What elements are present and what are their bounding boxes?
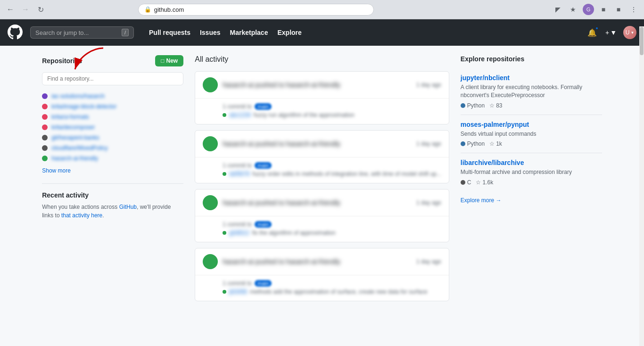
stars-value: 1k [496, 140, 502, 147]
nav-explore[interactable]: Explore [273, 26, 305, 39]
activity-header: hasarch-ai pushed to hasarch-ai-friendly… [195, 248, 449, 275]
address-bar[interactable]: 🔒 github.com [138, 4, 374, 16]
github-link[interactable]: GitHub [119, 204, 137, 210]
search-bar[interactable]: Search or jump to... / [30, 26, 134, 39]
activity-link[interactable]: that activity here [61, 212, 102, 219]
explore-repo-name[interactable]: jupyter/nbclient [461, 74, 602, 82]
activity-commit: abc1234 fuzzy run algorithm of the appro… [223, 112, 441, 118]
recent-activity-section: Recent activity When you take actions ac… [42, 183, 183, 220]
back-button[interactable]: ← [4, 3, 17, 16]
activity-body: 1 commit to main ghi9012 fix the algorit… [195, 216, 449, 242]
repo-link[interactable]: cloudflare/MixedPolicy [51, 145, 107, 151]
bookmark-button[interactable]: ★ [567, 3, 580, 16]
main-layout: Repositories □ New [34, 46, 610, 316]
stars-value: 1.6k [482, 179, 493, 186]
activity-header: hasarch-ai pushed to hasarch-ai-friendly… [195, 131, 449, 157]
cast-button[interactable]: ◤ [552, 3, 565, 16]
new-repo-button[interactable]: □ New [155, 55, 183, 66]
lang-name: Python [467, 102, 485, 109]
header-right: 🔔 + ▼ U ▼ [586, 26, 636, 39]
activity-title: hasarch-ai pushed to hasarch-ai-friendly [223, 199, 412, 206]
menu-button[interactable]: ⋮ [627, 3, 640, 16]
repo-link[interactable]: krita/image-block-detector [51, 103, 116, 110]
activity-item: hasarch-ai pushed to hasarch-ai-friendly… [195, 71, 449, 124]
explore-repo-desc: A client library for executing notebooks… [461, 83, 602, 99]
right-panel: Explore repositories jupyter/nbclient A … [461, 55, 602, 307]
repo-lang-dot [42, 124, 48, 130]
commit-link[interactable]: jkl3456 [229, 288, 247, 295]
user-avatar[interactable]: U ▼ [623, 26, 636, 39]
recent-activity-title: Recent activity [42, 191, 183, 199]
repo-link[interactable]: krita/ui-formats [51, 114, 89, 120]
activity-title: hasarch-ai pushed to hasarch-ai-friendly [223, 81, 412, 89]
activity-item: hasarch-ai pushed to hasarch-ai-friendly… [195, 248, 449, 301]
notification-badge [595, 26, 599, 30]
repos-header: Repositories □ New [42, 55, 183, 66]
dropdown-arrow: ▼ [610, 29, 617, 36]
pushed-text: 1 commit to [223, 103, 252, 110]
commit-link[interactable]: ghi9012 [229, 230, 249, 236]
activity-commit: ghi9012 fix the algorithm of approximati… [223, 230, 441, 236]
stars-value: 83 [496, 102, 502, 109]
explore-repo-name[interactable]: moses-palmer/pynput [461, 121, 602, 128]
reload-button[interactable]: ↻ [34, 3, 47, 16]
activity-header: hasarch-ai pushed to hasarch-ai-friendly… [195, 72, 449, 99]
extensions-menu[interactable]: ■ [612, 3, 625, 16]
commit-link[interactable]: abc1234 [229, 112, 251, 118]
repo-link[interactable]: hasarch-ai-friendly [51, 155, 98, 162]
commit-link[interactable]: def5678 [229, 171, 249, 177]
github-logo-link[interactable] [8, 25, 23, 41]
commit-hash: jkl3456 [229, 288, 247, 295]
url-text: github.com [154, 6, 368, 13]
pushed-text: 1 commit to [223, 162, 252, 169]
list-item: hasarch-ai-friendly [42, 153, 183, 164]
scrollbar-thumb[interactable] [640, 27, 644, 55]
star-icon: ☆ [489, 102, 495, 109]
pushed-label: 1 commit to main [223, 103, 441, 110]
repo-link[interactable]: iac-solutions/hasarch [51, 93, 105, 99]
pushed-label: 1 commit to main [223, 221, 441, 228]
repo-lang-dot [42, 145, 48, 151]
lang-name: C [467, 179, 471, 186]
activity-time: 1 day ago [416, 82, 441, 88]
activity-title: hasarch-ai pushed to hasarch-ai-friendly [223, 140, 412, 148]
nav-marketplace[interactable]: Marketplace [226, 26, 272, 39]
avatar [203, 77, 218, 92]
sidebar: Repositories □ New [42, 55, 183, 307]
activity-time: 1 day ago [416, 258, 441, 265]
lang-dot [461, 180, 465, 185]
explore-more-link[interactable]: Explore more → [461, 197, 602, 204]
repo-lang-dot [42, 93, 48, 99]
commit-hash: ghi9012 [229, 230, 249, 236]
repo-link[interactable]: krita/decomposer [51, 124, 95, 131]
notifications-button[interactable]: 🔔 [586, 26, 599, 39]
forward-button[interactable]: → [19, 3, 32, 16]
explore-repo-name[interactable]: libarchive/libarchive [461, 159, 602, 166]
repo-lang-dot [42, 156, 48, 161]
activity-title: hasarch-ai pushed to hasarch-ai-friendly [223, 258, 412, 265]
activity-commit: def5678 fuzzy order edits in methods of … [223, 171, 441, 177]
show-more-link[interactable]: Show more [42, 167, 183, 174]
repo-lang-dot [42, 114, 48, 120]
nav-issues[interactable]: Issues [196, 26, 224, 39]
extension-button[interactable]: ■ [597, 3, 610, 16]
branch-tag: main [255, 221, 272, 228]
star-count: ☆ 1k [489, 140, 502, 147]
new-repo-icon: □ [161, 58, 164, 64]
commit-message: fuzzy order edits in methods of integrat… [253, 171, 441, 177]
nav-pull-requests[interactable]: Pull requests [145, 26, 194, 39]
recent-activity-text: When you take actions across GitHub, we'… [42, 203, 183, 220]
search-kbd: / [122, 29, 129, 36]
repo-link[interactable]: git/hexapent-banks [51, 134, 99, 141]
browser-chrome: ← → ↻ 🔒 github.com ◤ ★ G ■ ■ ⋮ [0, 0, 644, 19]
commit-dot [223, 172, 226, 176]
repo-search-input[interactable] [42, 72, 183, 85]
new-dropdown-button[interactable]: + ▼ [603, 27, 619, 38]
commit-dot [223, 113, 226, 117]
branch-tag: main [255, 280, 272, 287]
list-item: krita/decomposer [42, 122, 183, 132]
profile-button[interactable]: G [582, 3, 595, 16]
explore-repo-meta: C ☆ 1.6k [461, 179, 602, 186]
lang-dot [461, 103, 465, 108]
pushed-text: 1 commit to [223, 280, 252, 287]
